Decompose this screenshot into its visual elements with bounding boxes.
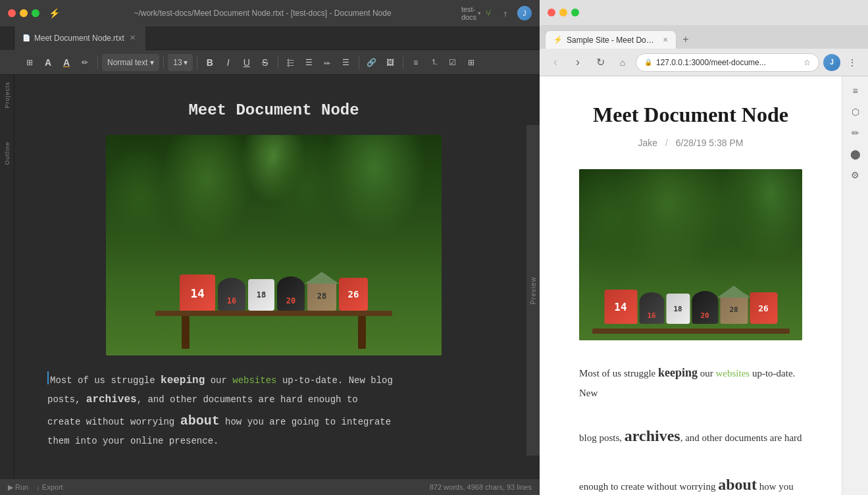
address-text: 127.0.0.1:3000/meet-docume...	[656, 58, 800, 67]
page-para-6: enough to create without worrying	[579, 481, 718, 492]
mailbox-20-browser: 20	[692, 291, 718, 324]
projects-sidebar-label[interactable]: Projects	[4, 82, 11, 109]
style-chevron: ▾	[150, 58, 154, 67]
page-websites: websites	[716, 368, 750, 378]
bookmark-star[interactable]: ☆	[804, 58, 811, 67]
mailboxes-group	[180, 274, 368, 311]
address-bar[interactable]: 🔒 127.0.0.1:3000/meet-docume... ☆	[636, 53, 819, 72]
page-archives: archives	[625, 427, 680, 444]
sidebar-menu-icon[interactable]: ≡	[846, 82, 865, 100]
para-text-4: posts,	[47, 394, 86, 405]
page-about: about	[718, 476, 757, 493]
mailbox-28	[307, 281, 336, 311]
source-btn[interactable]: ⊞	[21, 54, 38, 71]
align-center-button[interactable]: ☰	[301, 54, 318, 71]
font-size-control[interactable]: 13 ▾	[168, 54, 192, 71]
page-paragraph: Most of us struggle keeping our websites…	[579, 361, 802, 495]
browser-titlebar	[540, 0, 868, 25]
style-dropdown-label: Normal text	[107, 58, 147, 67]
nav-right-icons: J ⋮	[823, 53, 861, 72]
browser-nav-bar: ‹ › ↻ ⌂ 🔒 127.0.0.1:3000/meet-docume... …	[540, 49, 868, 76]
branch-icon[interactable]: ⑂	[483, 8, 494, 18]
font-size-value: 13	[173, 58, 182, 67]
strikethrough-button[interactable]: S	[257, 54, 274, 71]
align-left-button[interactable]: ⬱	[282, 54, 299, 71]
highlight-btn[interactable]: ✏	[76, 54, 93, 71]
forward-button[interactable]: ›	[569, 53, 587, 72]
editor-tab[interactable]: 📄 Meet Document Node.rtxt ✕	[14, 26, 146, 50]
link-button[interactable]: 🔗	[363, 54, 380, 71]
back-button[interactable]: ‹	[546, 53, 565, 72]
tab-file-icon: 📄	[22, 34, 30, 41]
home-button[interactable]: ⌂	[613, 53, 632, 72]
sidebar-cube-icon[interactable]: ⬡	[846, 103, 865, 121]
editor-content-area[interactable]: Meet Document Node	[14, 75, 540, 479]
profile-icon[interactable]: J	[517, 6, 532, 20]
style-dropdown[interactable]: Normal text ▾	[102, 54, 159, 71]
browser-close-button[interactable]	[548, 9, 555, 16]
para-about: about	[180, 413, 220, 429]
font-color-btn[interactable]: A	[39, 54, 57, 71]
editor-minimize-button[interactable]	[20, 9, 28, 17]
italic-button[interactable]: I	[220, 54, 237, 71]
new-tab-button[interactable]: +	[677, 30, 695, 49]
upload-icon[interactable]: ↑	[500, 8, 511, 18]
browser-maximize-button[interactable]	[571, 9, 579, 16]
table-button[interactable]: ⊞	[463, 54, 480, 71]
para-archives: archives	[86, 394, 137, 405]
browser-menu-button[interactable]: ⋮	[843, 53, 861, 72]
lock-icon: 🔒	[644, 59, 652, 66]
page-para-2: our	[698, 368, 716, 378]
font-bg-btn[interactable]: A	[58, 54, 75, 71]
browser-minimize-button[interactable]	[559, 9, 567, 16]
tab-close-button[interactable]: ✕	[128, 34, 138, 43]
export-button[interactable]: ↓ Export	[36, 483, 63, 491]
browser-tab-close[interactable]: ✕	[663, 36, 668, 43]
numbered-list-button[interactable]: ⒈	[426, 54, 443, 71]
mailbox-16-browser: 16	[639, 292, 664, 324]
platform-browser	[592, 328, 790, 334]
sidebar-settings-icon[interactable]: ⚙	[846, 166, 865, 184]
lightning-icon: ⚡	[49, 8, 59, 18]
sep6	[403, 56, 403, 69]
mailbox-20	[277, 276, 305, 311]
editor-statusbar: ▶ Run ↓ Export 872 words, 4968 chars, 93…	[0, 479, 540, 495]
mailbox-28-browser: 28	[720, 295, 748, 324]
browser-content[interactable]: Meet Document Node Jake / 6/28/19 5:38 P…	[540, 76, 868, 495]
preview-toggle[interactable]: Preview	[526, 125, 540, 456]
refresh-button[interactable]: ↻	[591, 53, 609, 72]
bold-button[interactable]: B	[201, 54, 218, 71]
bullet-list-button[interactable]: ≡	[407, 54, 424, 71]
browser-profile-avatar[interactable]: J	[823, 54, 840, 71]
document-paragraph[interactable]: Most of us struggle keeping our websites…	[47, 371, 500, 450]
mailbox-14-browser: 14	[604, 290, 637, 324]
image-button[interactable]: 🖼	[382, 54, 399, 71]
meta-separator: /	[665, 138, 668, 148]
mailbox-18-browser: 18	[666, 294, 690, 324]
editor-close-button[interactable]	[8, 9, 16, 17]
sep4	[278, 56, 278, 69]
browser-panel: ⚡ Sample Site - Meet Document... ✕ + ‹ ›…	[540, 0, 868, 495]
browser-active-tab[interactable]: ⚡ Sample Site - Meet Document... ✕	[545, 30, 677, 49]
font-size-chevron: ▾	[184, 58, 188, 67]
sidebar-palette-icon[interactable]: ⬤	[846, 145, 865, 163]
para-text-5: , and other documents are hard enough to	[137, 394, 358, 405]
para-text-7: how you are going to integrate	[220, 417, 391, 427]
page-hero-image: 14 16 18 20 28 26	[579, 169, 802, 340]
align-justify-button[interactable]: ☰	[338, 54, 355, 71]
meta-author: Jake	[638, 138, 658, 148]
check-list-button[interactable]: ☑	[444, 54, 461, 71]
webpage: Meet Document Node Jake / 6/28/19 5:38 P…	[540, 76, 842, 495]
run-button[interactable]: ▶ Run	[8, 483, 28, 492]
underline-button[interactable]: U	[238, 54, 255, 71]
editor-maximize-button[interactable]	[32, 9, 39, 17]
mailbox-18	[248, 279, 274, 311]
sep2	[163, 56, 164, 69]
para-text-3: up-to-date. New blog	[276, 375, 392, 386]
editor-titlebar: ⚡ ~/work/test-docs/Meet Document Node.rt…	[0, 0, 540, 26]
sidebar-pen-icon[interactable]: ✏	[846, 124, 865, 142]
outline-sidebar-label[interactable]: Outline	[4, 142, 11, 165]
editor-panel: ⚡ ~/work/test-docs/Meet Document Node.rt…	[0, 0, 540, 495]
editor-toolbar: ⊞ A A ✏ Normal text ▾ 13 ▾ B I U S ⬱ ☰ ⬰…	[0, 50, 540, 75]
align-right-button[interactable]: ⬰	[319, 54, 336, 71]
